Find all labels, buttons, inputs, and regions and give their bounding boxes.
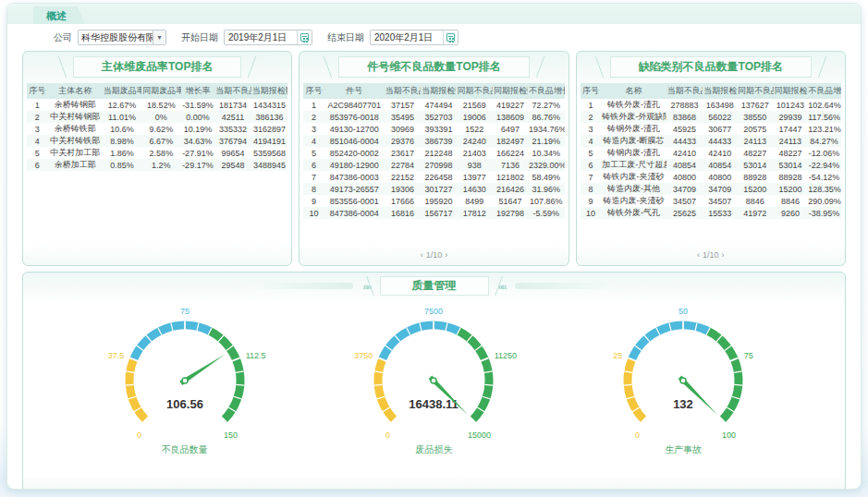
start-date-input[interactable]	[225, 32, 297, 42]
end-date-field[interactable]	[370, 30, 458, 45]
column-header: 序号	[303, 83, 324, 99]
table-cell: 铸造内废-夹渣砂	[601, 195, 666, 207]
table-cell: 1934.76%	[528, 123, 565, 135]
table-cell: 13977	[456, 171, 493, 183]
panel-defect-category-ranking: 缺陷类别不良品数量TOP排名 序号名称当期不良品数当期报检数同期不良品数同期报检…	[576, 51, 846, 266]
table-cell: 40800	[666, 171, 703, 183]
table-cell: 853976-0018	[324, 111, 385, 123]
dashboard-card: 概述 公司 科华控股股份有限 ▼ 开始日期 结束日期 主体维废品率TOP排名 序…	[6, 3, 862, 490]
title-divider	[251, 283, 353, 289]
table-cell: 1.86%	[103, 147, 141, 159]
pagination-prev-icon[interactable]: ‹	[418, 250, 426, 260]
table-cell: 88928	[737, 171, 774, 183]
table-cell: 181734	[214, 99, 251, 111]
table-cell: 34507	[703, 195, 737, 207]
gauge-axis-label: 0	[635, 430, 640, 440]
table-cell: 中关村铸铁部	[48, 135, 103, 147]
column-header: 序号	[27, 83, 48, 99]
table-cell: 42410	[703, 147, 737, 159]
table-row: 4铸造内废-断膜芯4443344433241132411384.27%	[581, 135, 841, 147]
gauge: 0255075100132生产事故	[572, 303, 794, 456]
table-cell: 1	[581, 99, 602, 111]
start-calendar-button[interactable]	[297, 30, 312, 44]
table-cell: 22152	[385, 171, 422, 183]
table-cell: 42511	[214, 111, 251, 123]
table-cell: A2C98407701	[324, 99, 385, 111]
column-header: 当期废品率	[103, 83, 141, 99]
table-cell: 加工工废-尺寸超差	[601, 159, 666, 171]
table-cell: 195920	[421, 195, 456, 207]
column-header: 同期不良品数	[737, 83, 774, 99]
table-cell: 270998	[421, 159, 456, 171]
table-cell: 1	[27, 99, 48, 111]
table-cell: 中关村铸钢部	[48, 111, 103, 123]
table-cell: 20575	[737, 123, 774, 135]
column-header: 当期报检数	[251, 83, 288, 99]
table-cell: 1434315	[251, 99, 288, 111]
table-cell: -54.12%	[807, 171, 841, 183]
table-cell: -5.59%	[528, 207, 565, 219]
table-cell: 18.52%	[141, 99, 180, 111]
table-cell: 5359568	[251, 147, 288, 159]
table-cell: 3	[27, 123, 48, 135]
table-cell: 2	[303, 111, 324, 123]
gauge-chart: 037.575112.5150106.56	[74, 303, 296, 443]
table-cell: 铸铁内废-夹渣砂	[601, 171, 666, 183]
table-cell: 335332	[214, 123, 251, 135]
table-cell: 21403	[456, 147, 493, 159]
table-cell: 8.98%	[103, 135, 141, 147]
table-cell: 34709	[703, 183, 737, 195]
gauge-hub	[431, 378, 436, 383]
table-cell: 2	[27, 111, 48, 123]
table-cell: 7	[581, 171, 602, 183]
table-cell: 393391	[421, 123, 456, 135]
table-cell: 49130-12700	[324, 123, 385, 135]
gauge-axis-label: 25	[613, 351, 622, 360]
table-cell: 5	[303, 147, 324, 159]
pagination-next-icon[interactable]: ›	[442, 250, 450, 260]
table-cell: 3488945	[251, 159, 288, 171]
pagination-next-icon[interactable]: ›	[719, 250, 727, 260]
table-cell: 19006	[456, 111, 493, 123]
quality-panel-title-row: »» 质量管理 ««	[23, 276, 845, 296]
table-cell: 8846	[774, 195, 808, 207]
tab-overview[interactable]: 概述	[33, 6, 85, 24]
table-cell: 853556-0001	[324, 195, 385, 207]
table-cell: 24113	[737, 135, 774, 147]
filter-bar: 公司 科华控股股份有限 ▼ 开始日期 结束日期	[7, 24, 861, 49]
table-cell: 138609	[493, 111, 528, 123]
table-cell: 376794	[214, 135, 251, 147]
company-select[interactable]: 科华控股股份有限 ▼	[78, 30, 166, 45]
table-cell: 9.62%	[141, 123, 180, 135]
end-calendar-button[interactable]	[443, 30, 458, 44]
table-cell: 7136	[493, 159, 528, 171]
table-cell: 86.76%	[528, 111, 565, 123]
pagination-prev-icon[interactable]: ‹	[694, 250, 703, 260]
gauge-title: 不良品数量	[74, 443, 296, 456]
panel-title: 主体维废品率TOP排名	[73, 56, 241, 78]
column-header: 不良品增长率	[807, 83, 841, 99]
table-cell: -31.59%	[181, 99, 215, 111]
table-cell: 4	[303, 135, 324, 147]
table-cell: 88928	[774, 171, 808, 183]
table-cell: 137627	[737, 99, 774, 111]
start-date-field[interactable]	[224, 30, 312, 45]
table-cell: 15533	[703, 207, 737, 219]
table-cell: 21569	[456, 99, 493, 111]
table-cell: 53014	[774, 159, 808, 171]
table-row: 6余桥加工部0.85%1.2%-29.17%295483488945	[27, 159, 287, 171]
table-cell: 45925	[666, 123, 703, 135]
table-row: 3铸钢外废-渣孔45925306772057517447123.21%	[581, 123, 841, 135]
table-row: 2铸铁外废-外观缺陷83868560223855029939117.56%	[581, 111, 841, 123]
table-cell: 386136	[251, 111, 288, 123]
column-header: 不良品增长率	[528, 83, 565, 99]
gauge-axis-label: 0	[137, 430, 141, 440]
table-cell: 5	[27, 147, 48, 159]
table-cell: 41972	[737, 207, 774, 219]
table-row: 10847386-00041681615671717812192798-5.59…	[303, 207, 564, 219]
table-cell: 42410	[666, 147, 703, 159]
table-row: 2中关村铸钢部11.01%0%0.00%42511386136	[27, 111, 287, 123]
table-cell: 9260	[774, 207, 808, 219]
table-cell: 474494	[421, 99, 456, 111]
end-date-input[interactable]	[371, 32, 443, 42]
